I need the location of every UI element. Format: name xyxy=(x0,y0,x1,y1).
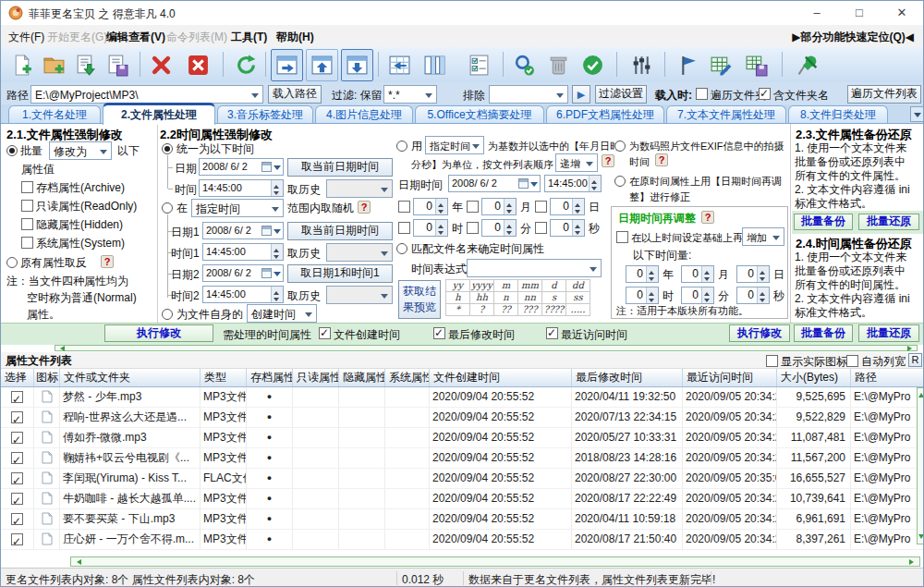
table-row[interactable]: 鞠婧祎+叹云兮电视剧《... MP3文件 ● 2020/09/04 20:55:… xyxy=(1,448,924,469)
row-checkbox[interactable] xyxy=(11,472,23,484)
col-size[interactable]: 大小(Bytes) xyxy=(777,369,851,386)
spinner-arrows-icon[interactable] xyxy=(504,220,516,236)
expr-token[interactable]: nn xyxy=(517,291,542,304)
table-row[interactable]: 梦然 - 少年.mp3 MP3文件 ● 2020/09/04 20:55:52 … xyxy=(1,387,924,408)
match-filename-label[interactable]: 匹配文件名来确定时间属性 xyxy=(411,242,544,255)
take-current-datetime-button[interactable]: 取当前日期时间 xyxy=(287,158,393,177)
row-checkbox[interactable] xyxy=(11,493,23,505)
panel-down-button[interactable] xyxy=(341,49,373,81)
check-options-button[interactable] xyxy=(463,49,495,81)
tab-file-classify[interactable]: 8.文件归类处理 xyxy=(788,105,888,123)
traverse-folders-label[interactable]: 遍历文件夹 xyxy=(711,89,766,102)
accessed-time-label[interactable]: 最近访问时间 xyxy=(561,328,627,341)
hidden-attr-label[interactable]: 隐藏属性(Hidden) xyxy=(36,218,123,231)
spinner-arrows-icon[interactable] xyxy=(271,180,283,196)
expr-token[interactable]: * xyxy=(445,303,470,316)
sec24-restore-button[interactable]: 批量还原 xyxy=(858,324,919,342)
save-list-button[interactable] xyxy=(101,49,133,81)
menu-edit-view[interactable]: 编辑查看(V) xyxy=(106,30,165,45)
apply-check-button[interactable] xyxy=(577,49,609,81)
spinner-arrows-icon[interactable] xyxy=(271,287,283,302)
quick-locate-toggle[interactable]: ▶部分功能快速定位(Q)◀ xyxy=(792,30,914,45)
fit-columns-button[interactable] xyxy=(419,49,451,81)
col-path[interactable]: 路径 xyxy=(851,369,924,386)
expr-token[interactable]: ???? xyxy=(541,303,566,316)
adjust-month-spinner[interactable]: 0 xyxy=(681,265,714,283)
random-range-radio[interactable] xyxy=(162,202,173,214)
sec23-backup-button[interactable]: 批量备份 xyxy=(794,214,853,230)
col-name[interactable]: 文件或文件夹 xyxy=(60,369,201,386)
save-table-button[interactable] xyxy=(740,49,772,81)
expr-token[interactable]: n xyxy=(493,291,518,304)
base-time-dropdown[interactable]: 指定时间 xyxy=(425,136,484,154)
base-time-input[interactable]: 14:45:00 xyxy=(544,175,602,192)
modified-time-checkbox[interactable] xyxy=(433,327,445,339)
filter-keep-input[interactable]: *.* xyxy=(383,85,437,104)
col-modified[interactable]: 最后修改时间 xyxy=(572,369,683,386)
step-hour-spinner[interactable]: 0 xyxy=(413,219,448,237)
row-checkbox[interactable] xyxy=(11,432,23,444)
expr-token[interactable]: m xyxy=(493,279,518,292)
preview-result-button[interactable]: 获取结果预览 xyxy=(398,280,441,319)
base-increment-radio[interactable] xyxy=(396,141,407,152)
expr-token[interactable]: ??? xyxy=(517,303,542,316)
readjust-line1-label[interactable]: 在原时间属性上用【日期时间再调 xyxy=(629,175,782,188)
use-label[interactable]: 用 xyxy=(411,140,422,153)
r-button[interactable]: R xyxy=(908,353,922,367)
readonly-attr-checkbox[interactable] xyxy=(21,200,33,212)
expr-dropdown[interactable] xyxy=(467,259,602,277)
search-check-button[interactable] xyxy=(508,49,541,81)
tab-image-info[interactable]: 4.图片信息处理 xyxy=(315,105,413,123)
take-current-datetime-button[interactable]: 取当前日期时间 xyxy=(287,222,393,240)
history-dropdown[interactable] xyxy=(326,179,393,198)
auto-width-label[interactable]: 自动列宽 xyxy=(861,355,906,368)
tab-overflow-button[interactable] xyxy=(910,106,924,122)
expr-token[interactable]: yy xyxy=(445,279,470,292)
expr-token[interactable]: mm xyxy=(517,279,542,292)
date1-input[interactable]: 2008/ 6/ 2 xyxy=(202,222,284,239)
tab-file-attributes[interactable]: 2.文件属性处理 xyxy=(103,103,215,125)
readjust-enable-checkbox[interactable] xyxy=(616,231,628,243)
adjust-second-spinner[interactable]: 0 xyxy=(736,287,770,304)
expr-token[interactable]: yyyy xyxy=(469,279,494,292)
spinner-arrows-icon[interactable] xyxy=(435,220,447,236)
spinner-arrows-icon[interactable] xyxy=(572,220,584,236)
tab-text-attributes[interactable]: 7.文本文件属性处理 xyxy=(666,105,786,123)
spinner-arrows-icon[interactable] xyxy=(757,266,769,282)
row-checkbox[interactable] xyxy=(11,452,23,464)
time1-input[interactable]: 14:45:00 xyxy=(202,243,284,261)
step-year-spinner[interactable]: 0 xyxy=(413,198,448,215)
col-archive[interactable]: 存档属性 xyxy=(247,369,293,386)
spinner-arrows-icon[interactable] xyxy=(757,287,769,303)
base-date-input[interactable]: 2008/ 6/ 2 xyxy=(448,175,541,192)
expr-token[interactable]: d xyxy=(541,279,566,292)
help-badge[interactable]: ? xyxy=(358,201,371,214)
hidden-attr-checkbox[interactable] xyxy=(21,218,33,230)
maximize-button[interactable]: □ xyxy=(838,1,881,25)
created-time-checkbox[interactable] xyxy=(319,327,331,339)
menu-help[interactable]: 帮助(H) xyxy=(276,30,314,45)
expr-token[interactable]: dd xyxy=(565,279,590,292)
expr-token[interactable]: h xyxy=(445,291,470,304)
scroll-up-icon[interactable] xyxy=(918,390,924,397)
delete-all-button[interactable] xyxy=(182,49,214,81)
step-day-spinner[interactable]: 0 xyxy=(550,198,585,215)
col-readonly[interactable]: 只读属性 xyxy=(293,369,339,386)
sec24-backup-button[interactable]: 批量备份 xyxy=(794,324,853,342)
col-select[interactable]: 选择 xyxy=(1,369,34,386)
scroll-down-icon[interactable] xyxy=(918,534,924,542)
table-row[interactable]: 庄心妍 - 一万个舍不得.m... MP3文件 ● 2020/09/04 20:… xyxy=(1,530,924,550)
in-label[interactable]: 在 xyxy=(176,202,188,214)
help-badge[interactable]: ? xyxy=(701,211,714,224)
help-badge[interactable]: ? xyxy=(655,153,668,166)
sec22-execute-button[interactable]: 执行修改 xyxy=(729,324,790,342)
spinner-arrows-icon[interactable] xyxy=(589,176,601,191)
invert-attr-radio[interactable] xyxy=(6,257,18,268)
table-row[interactable]: 要不要买菜 - 下山.mp3 MP3文件 ● 2020/09/04 20:55:… xyxy=(1,509,924,530)
step-second-checkbox[interactable] xyxy=(535,222,547,234)
filter-settings-button[interactable]: 过滤设置 xyxy=(595,85,647,104)
batch-label[interactable]: 批量 xyxy=(20,144,43,157)
unify-time-radio[interactable] xyxy=(162,143,173,154)
pin-button[interactable] xyxy=(792,49,824,81)
row-checkbox[interactable] xyxy=(11,391,23,403)
